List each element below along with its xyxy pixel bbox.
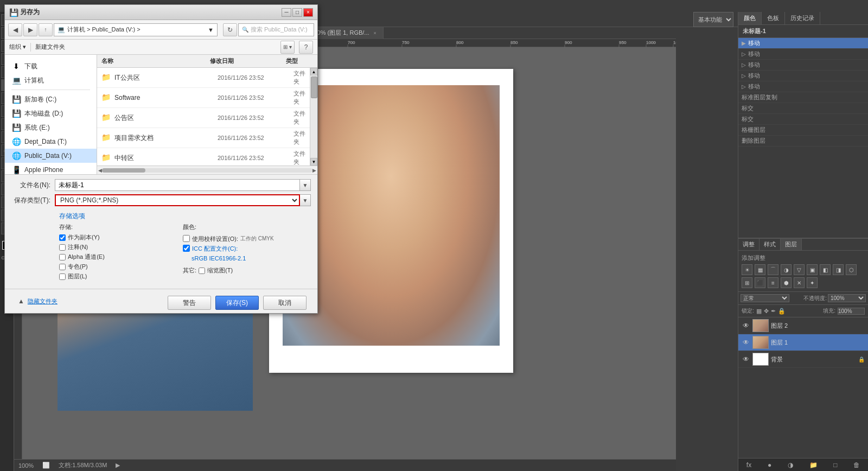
- nav-item-drive-c[interactable]: 💾 新加卷 (C:): [5, 92, 97, 106]
- ps-lock-icon-lock[interactable]: 🔒: [778, 308, 786, 315]
- check-alpha[interactable]: [59, 254, 66, 260]
- hscroll-right-btn[interactable]: ▶: [312, 168, 316, 173]
- check-icc[interactable]: [183, 245, 190, 252]
- dialog-address-dropdown[interactable]: ▼: [208, 27, 214, 33]
- ps-layer-fx-btn[interactable]: fx: [746, 461, 751, 469]
- ps-layer-delete-btn[interactable]: 🗑: [853, 461, 860, 469]
- ps-layer-item-layer2[interactable]: 👁 图层 2: [738, 317, 868, 334]
- ps-tab-styles[interactable]: 样式: [760, 239, 781, 250]
- ps-blend-select[interactable]: 正常: [741, 294, 789, 302]
- ps-move-item-2[interactable]: ▷ 移动: [738, 60, 868, 71]
- ps-adjust-brightness[interactable]: ☀: [742, 264, 752, 275]
- dialog-cancel-btn[interactable]: 取消: [263, 296, 307, 310]
- ps-adjust-posterize[interactable]: ≡: [768, 277, 778, 288]
- ps-opacity-select[interactable]: 100%: [828, 294, 866, 302]
- nav-item-computer[interactable]: 💻 计算机: [5, 73, 97, 87]
- nav-item-downloads[interactable]: ⬇ 下载: [5, 59, 97, 73]
- ps-workspace-select[interactable]: 基本功能: [693, 12, 733, 27]
- dialog-save-btn[interactable]: 保存(S): [215, 296, 259, 310]
- hscroll-left-btn[interactable]: ◀: [98, 168, 102, 173]
- dialog-refresh-btn[interactable]: ↻: [223, 23, 237, 36]
- ps-layer-group-btn[interactable]: 📁: [809, 461, 818, 469]
- dialog-filetype-select[interactable]: PNG (*.PNG;*.PNS) JPEG (*.JPG;*.JPEG;*.J…: [55, 194, 300, 206]
- dialog-help-btn[interactable]: ?: [299, 41, 313, 54]
- ps-layer-item-layer1[interactable]: 👁 图层 1: [738, 334, 868, 351]
- ps-tab-color[interactable]: 颜色: [738, 12, 762, 24]
- ps-move-item-8[interactable]: 格栅图层: [738, 125, 868, 136]
- ps-lock-icon-position[interactable]: ✥: [764, 308, 769, 315]
- ps-tab-history[interactable]: 历史记录: [785, 12, 820, 24]
- hscroll-thumb[interactable]: [102, 168, 145, 173]
- ps-move-item-9[interactable]: 删除图层: [738, 136, 868, 147]
- icc-profile-label[interactable]: ICC 配置文件(C):: [192, 245, 238, 253]
- ps-layer-new-btn[interactable]: □: [833, 461, 837, 469]
- file-row-transit[interactable]: 📁 中转区 2016/11/26 23:52 文件夹: [97, 148, 310, 166]
- ps-move-item-1[interactable]: ▷ 移动: [738, 49, 868, 60]
- ps-adjust-bw[interactable]: ◨: [833, 264, 844, 275]
- nav-item-iphone[interactable]: 📱 Apple iPhone: [5, 163, 97, 174]
- dialog-back-btn[interactable]: ◀: [8, 23, 22, 36]
- file-row-requirements[interactable]: 📁 项目需求文档 2016/11/26 23:52 文件夹: [97, 128, 310, 148]
- ps-tab-adjust[interactable]: 调整: [738, 239, 760, 250]
- ps-lock-icon-all[interactable]: ✒: [771, 308, 776, 315]
- ps-move-item-0[interactable]: ▶ 移动: [738, 38, 868, 49]
- ps-adjust-curves[interactable]: ⌒: [768, 264, 778, 275]
- ps-adjust-gradient-map[interactable]: ▽: [794, 264, 805, 275]
- nav-item-drive-t[interactable]: 🌐 Dept_Data (T:): [5, 135, 97, 149]
- ps-adjust-color-balance[interactable]: ◧: [820, 264, 831, 275]
- file-row-it[interactable]: 📁 IT公共区 2016/11/26 23:52 文件夹: [97, 68, 310, 88]
- check-spot[interactable]: [59, 264, 66, 270]
- ps-layer-eye-bg[interactable]: 👁: [742, 355, 750, 363]
- dialog-warning-btn[interactable]: 警告: [168, 296, 211, 310]
- hide-files-label[interactable]: 隐藏文件夹: [28, 297, 58, 305]
- ps-tab-layers[interactable]: 图层: [781, 239, 802, 250]
- dialog-new-folder-btn[interactable]: 新建文件夹: [35, 43, 65, 51]
- check-notes[interactable]: [59, 244, 66, 251]
- ps-layer-eye-layer1[interactable]: 👁: [742, 339, 750, 346]
- ps-adjust-selective[interactable]: ✕: [794, 277, 805, 288]
- nav-item-drive-d[interactable]: 💾 本地磁盘 (D:): [5, 106, 97, 120]
- ps-move-item-6[interactable]: 标交: [738, 103, 868, 114]
- vscroll-down-btn[interactable]: ▼: [310, 158, 317, 166]
- ps-layer-mask-btn[interactable]: ●: [768, 461, 771, 469]
- check-thumbnail[interactable]: [199, 268, 205, 274]
- nav-item-drive-e[interactable]: 💾 系统 (E:): [5, 120, 97, 135]
- dialog-maximize-btn[interactable]: □: [292, 8, 302, 17]
- ps-move-item-7[interactable]: 标交: [738, 114, 868, 125]
- ps-lock-icon-pixels[interactable]: ▦: [756, 308, 762, 315]
- ps-adjust-channel-mix[interactable]: ⊞: [742, 277, 752, 288]
- ps-move-item-3[interactable]: ▷ 移动: [738, 71, 868, 81]
- ps-adjust-invert[interactable]: ⬛: [755, 277, 765, 288]
- ps-tab-swatches[interactable]: 色板: [762, 12, 785, 24]
- files-vscroll[interactable]: ▲ ▼: [310, 68, 317, 166]
- dialog-hide-files[interactable]: ▲ 隐藏文件夹: [11, 295, 64, 308]
- dialog-address-bar[interactable]: 💻 计算机 > Public_Data (V:) > ▼: [54, 23, 218, 36]
- ps-layer-eye-layer2[interactable]: 👁: [742, 322, 750, 329]
- dialog-forward-btn[interactable]: ▶: [23, 23, 37, 36]
- ps-fill-input[interactable]: [838, 308, 865, 315]
- ps-move-item-4[interactable]: ▷ 移动: [738, 81, 868, 92]
- ps-move-item-5[interactable]: 标准图层复制: [738, 92, 868, 103]
- ps-layer-item-bg[interactable]: 👁 背景 🔒: [738, 351, 868, 368]
- check-proof[interactable]: [183, 235, 190, 242]
- dialog-close-btn[interactable]: ×: [303, 8, 313, 17]
- vscroll-up-btn[interactable]: ▲: [310, 68, 317, 75]
- save-options-link[interactable]: 存储选项: [59, 212, 307, 221]
- ps-adjust-vibrance[interactable]: ✦: [807, 277, 818, 288]
- file-row-software[interactable]: 📁 Software 2016/11/26 23:52 文件夹: [97, 88, 310, 108]
- dialog-up-btn[interactable]: ↑: [39, 23, 53, 36]
- dialog-minimize-btn[interactable]: ─: [282, 8, 291, 17]
- dialog-filename-dropdown[interactable]: ▼: [300, 179, 311, 191]
- file-row-notice[interactable]: 📁 公告区 2016/11/26 23:52 文件夹: [97, 108, 310, 128]
- ps-adjust-threshold[interactable]: ⬢: [781, 277, 792, 288]
- dialog-view-btn[interactable]: ⊞ ▾: [280, 41, 295, 54]
- ps-adjust-exposure[interactable]: ◑: [781, 264, 792, 275]
- ps-adjust-levels[interactable]: ▦: [755, 264, 765, 275]
- ps-adjust-photo-filter[interactable]: ⬡: [846, 264, 857, 275]
- nav-item-drive-v[interactable]: 🌐 Public_Data (V:): [5, 149, 97, 163]
- vscroll-thumb[interactable]: [311, 77, 317, 98]
- check-copy[interactable]: [59, 234, 66, 241]
- ps-layer-adj-btn[interactable]: ◑: [788, 461, 793, 469]
- tab-ibm-close[interactable]: ×: [374, 30, 376, 36]
- dialog-filetype-dropdown[interactable]: ▼: [300, 194, 311, 206]
